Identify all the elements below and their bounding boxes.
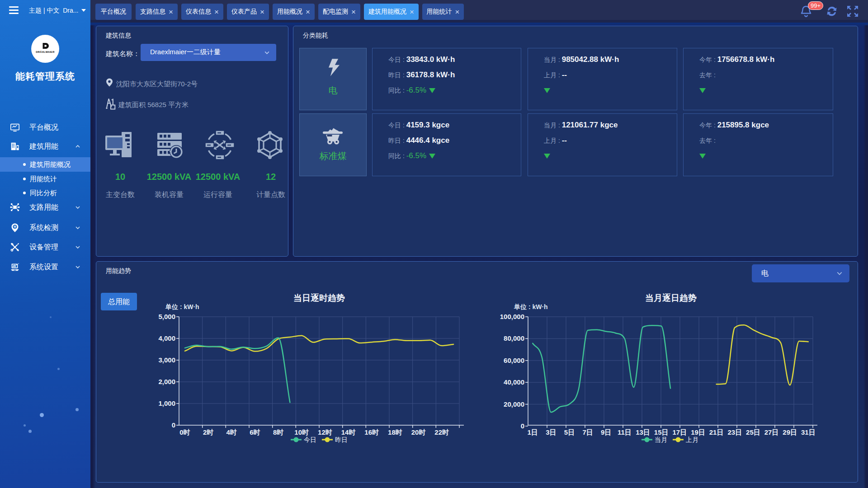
svg-text:40,000: 40,000: [504, 378, 524, 386]
svg-text:13日: 13日: [636, 428, 650, 436]
svg-text:16时: 16时: [364, 428, 379, 436]
svg-text:10时: 10时: [294, 428, 309, 436]
svg-text:3日: 3日: [546, 428, 556, 436]
svg-text:60,000: 60,000: [504, 357, 524, 364]
svg-text:4时: 4时: [226, 428, 237, 436]
svg-text:5,000: 5,000: [158, 313, 175, 320]
svg-text:1日: 1日: [528, 428, 538, 436]
svg-text:14时: 14时: [341, 428, 356, 436]
svg-text:6时: 6时: [250, 428, 260, 436]
svg-text:当月: 当月: [655, 436, 667, 443]
svg-text:2时: 2时: [203, 428, 213, 436]
svg-text:80,000: 80,000: [504, 334, 524, 342]
svg-text:1,000: 1,000: [158, 399, 175, 407]
svg-text:100,000: 100,000: [500, 313, 524, 320]
svg-text:25日: 25日: [746, 428, 760, 436]
svg-text:0: 0: [521, 422, 524, 430]
svg-text:昨日: 昨日: [335, 436, 348, 443]
svg-text:29日: 29日: [783, 428, 797, 436]
svg-text:20时: 20时: [411, 428, 426, 436]
svg-text:20,000: 20,000: [504, 400, 524, 408]
svg-text:DRÄXLMAIER: DRÄXLMAIER: [36, 51, 55, 53]
svg-text:今日: 今日: [304, 436, 316, 443]
svg-text:8时: 8时: [273, 428, 283, 436]
svg-text:17日: 17日: [672, 428, 687, 436]
svg-text:上月: 上月: [686, 436, 698, 443]
svg-text:5日: 5日: [564, 428, 575, 436]
svg-text:11日: 11日: [618, 428, 632, 436]
svg-text:22时: 22时: [434, 428, 449, 436]
svg-text:2,000: 2,000: [158, 378, 175, 385]
svg-text:31日: 31日: [801, 428, 816, 436]
svg-text:12时: 12时: [318, 428, 332, 436]
svg-text:4,000: 4,000: [158, 334, 175, 342]
svg-text:3,000: 3,000: [158, 356, 175, 364]
svg-text:27日: 27日: [764, 428, 779, 436]
svg-text:18时: 18时: [388, 428, 402, 436]
svg-text:9日: 9日: [601, 428, 611, 436]
svg-text:23日: 23日: [727, 428, 742, 436]
svg-text:7日: 7日: [582, 428, 593, 436]
svg-text:15日: 15日: [654, 428, 669, 436]
svg-text:0: 0: [172, 421, 175, 429]
svg-text:0时: 0时: [179, 428, 190, 436]
svg-text:19日: 19日: [691, 428, 705, 436]
svg-text:21日: 21日: [709, 428, 724, 436]
